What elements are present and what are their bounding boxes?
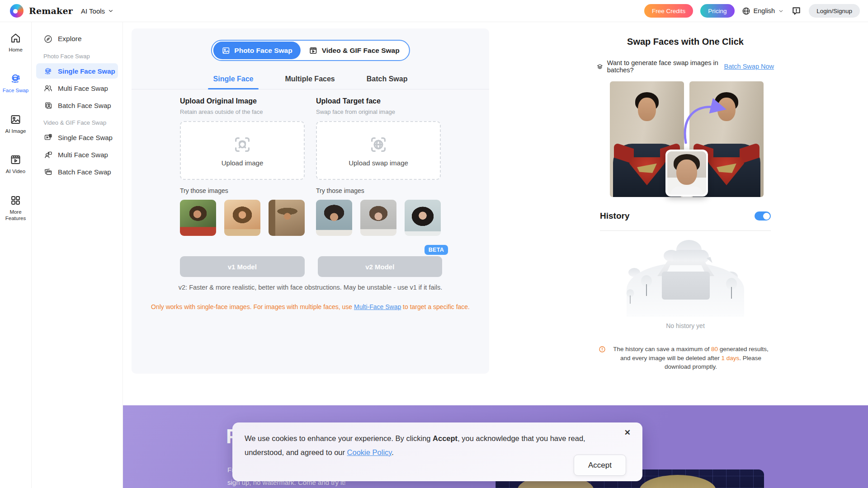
try-images-label: Try those images — [180, 187, 305, 194]
tab-multiple-faces[interactable]: Multiple Faces — [279, 72, 340, 89]
cookie-accept-word: Accept — [433, 434, 458, 442]
sample-targets — [316, 200, 441, 236]
sample-image-woman-jungle[interactable] — [180, 200, 216, 236]
accept-cookies-button[interactable]: Accept — [574, 455, 626, 476]
mode-switcher: Photo Face Swap Video & GIF Face Swap — [211, 40, 410, 61]
warning-text: Only works with single-face images. For … — [151, 303, 354, 310]
sample-face-pale-woman[interactable] — [360, 200, 396, 236]
upload-image-label: Upload image — [222, 159, 264, 167]
face-scan-icon — [232, 134, 253, 155]
upload-target-column: Upload Target face Swap face from origin… — [316, 97, 441, 236]
model-buttons: v1 Model BETA v2 Model — [180, 256, 442, 277]
cookie-banner: ✕ We use cookies to enhance your experie… — [232, 422, 642, 481]
top-header: Remaker AI Tools Free Credits Pricing En… — [0, 0, 868, 22]
tab-single-face[interactable]: Single Face — [208, 72, 259, 89]
brand-area: Remaker AI Tools — [10, 4, 114, 18]
left-rail: Home Face Swap AI Image AI Video More Fe… — [0, 22, 32, 488]
sidebar-item-single-face-swap[interactable]: Single Face Swap — [36, 63, 118, 79]
tab-label: Video & GIF Face Swap — [322, 47, 400, 55]
cookie-text: We use cookies to enhance your experienc… — [245, 432, 624, 459]
rail-label: Home — [9, 47, 23, 53]
rail-item-ai-video[interactable]: AI Video — [1, 154, 31, 174]
upload-swap-image-label: Upload swap image — [349, 159, 408, 167]
sidebar-item-explore[interactable]: Explore — [36, 31, 118, 47]
sidebar-item-label: Multi Face Swap — [58, 84, 108, 92]
rail-label: AI Image — [5, 128, 26, 134]
sample-face-curly-man[interactable] — [316, 200, 352, 236]
remaker-logo-icon[interactable] — [10, 4, 24, 18]
login-signup-button[interactable]: Login/Signup — [809, 4, 860, 18]
info-icon — [599, 346, 606, 353]
sidebar: Explore Photo Face Swap Single Face Swap… — [32, 22, 123, 488]
panel-title: Swap Faces with One Click — [597, 37, 774, 47]
sidebar-item-label: Explore — [58, 35, 82, 43]
chevron-down-icon — [778, 8, 784, 14]
face-swap-preview-image — [610, 81, 764, 198]
rail-label: More Features — [1, 209, 31, 222]
rail-item-face-swap[interactable]: Face Swap — [1, 72, 31, 94]
sub-tabs: Single Face Multiple Faces Batch Swap — [132, 72, 489, 89]
ai-tools-menu[interactable]: AI Tools — [81, 7, 114, 15]
sidebar-item-label: Batch Face Swap — [58, 102, 111, 109]
history-title: History — [600, 211, 629, 221]
batch-face-icon — [43, 101, 53, 110]
batch-swap-now-link[interactable]: Batch Swap Now — [724, 63, 774, 70]
sidebar-item-video-batch-face-swap[interactable]: Batch Face Swap — [36, 164, 118, 179]
note-max-count: 80 — [711, 346, 718, 352]
pricing-button[interactable]: Pricing — [700, 4, 734, 18]
sample-face-asian-woman[interactable] — [405, 200, 441, 236]
sidebar-item-label: Single Face Swap — [58, 67, 115, 75]
single-face-warning: Only works with single-face images. For … — [132, 303, 489, 310]
sidebar-item-video-single-face-swap[interactable]: Single Face Swap — [36, 130, 118, 145]
history-note-text: The history can save a maximum of 80 gen… — [609, 345, 772, 371]
sidebar-item-multi-face-swap[interactable]: Multi Face Swap — [36, 80, 118, 96]
single-face-swap-icon — [43, 66, 53, 76]
beta-badge: BETA — [425, 245, 448, 255]
tab-photo-face-swap[interactable]: Photo Face Swap — [213, 42, 300, 59]
v2-model-wrap: BETA v2 Model — [318, 256, 443, 277]
rail-item-ai-image[interactable]: AI Image — [1, 113, 31, 134]
rail-label: AI Video — [6, 168, 25, 174]
feedback-icon[interactable] — [791, 6, 802, 16]
cookie-policy-link[interactable]: Cookie Policy — [347, 448, 392, 456]
empty-history-illustration — [631, 240, 740, 317]
tab-batch-swap[interactable]: Batch Swap — [361, 72, 413, 89]
language-selector[interactable]: English — [742, 7, 784, 15]
v1-model-button[interactable]: v1 Model — [180, 256, 305, 277]
chevron-down-icon — [108, 8, 114, 14]
sample-originals — [180, 200, 305, 236]
language-label: English — [754, 7, 775, 14]
video-batch-face-icon — [43, 167, 53, 177]
upload-original-subtitle: Retain areas outside of the face — [180, 108, 305, 115]
tab-label: Photo Face Swap — [234, 47, 292, 55]
close-icon[interactable]: ✕ — [624, 429, 631, 436]
sidebar-item-batch-face-swap[interactable]: Batch Face Swap — [36, 98, 118, 113]
more-features-icon — [9, 194, 22, 206]
ai-video-icon — [9, 154, 22, 166]
multi-face-swap-link[interactable]: Multi-Face Swap — [354, 303, 401, 310]
globe-icon — [742, 7, 750, 15]
swap-arrow-icon — [678, 89, 732, 144]
sample-image-woman-beach[interactable] — [224, 200, 260, 236]
history-toggle[interactable] — [755, 211, 771, 221]
upload-original-dropzone[interactable]: Upload image — [180, 121, 305, 180]
tab-video-gif-face-swap[interactable]: Video & GIF Face Swap — [301, 42, 408, 59]
example-face-right — [639, 475, 716, 488]
main-panel: Photo Face Swap Video & GIF Face Swap Si… — [132, 28, 489, 374]
sidebar-item-video-multi-face-swap[interactable]: Multi Face Swap — [36, 147, 118, 162]
sample-image-cowboy[interactable] — [269, 200, 305, 236]
video-single-face-icon — [43, 133, 53, 142]
free-credits-button[interactable]: Free Credits — [644, 4, 693, 18]
rail-item-more-features[interactable]: More Features — [1, 194, 31, 222]
home-icon — [9, 32, 22, 44]
layers-icon — [597, 63, 603, 70]
history-note: The history can save a maximum of 80 gen… — [599, 345, 772, 371]
rail-item-home[interactable]: Home — [1, 32, 31, 53]
preview-source-face-inset — [665, 150, 708, 197]
ai-image-icon — [9, 113, 22, 126]
upload-target-dropzone[interactable]: Upload swap image — [316, 121, 441, 180]
v2-model-button[interactable]: v2 Model — [318, 256, 443, 277]
batch-question: Want to generate face swap images in bat… — [607, 59, 720, 74]
history-divider — [600, 230, 771, 231]
right-panel: Swap Faces with One Click Want to genera… — [597, 28, 774, 390]
